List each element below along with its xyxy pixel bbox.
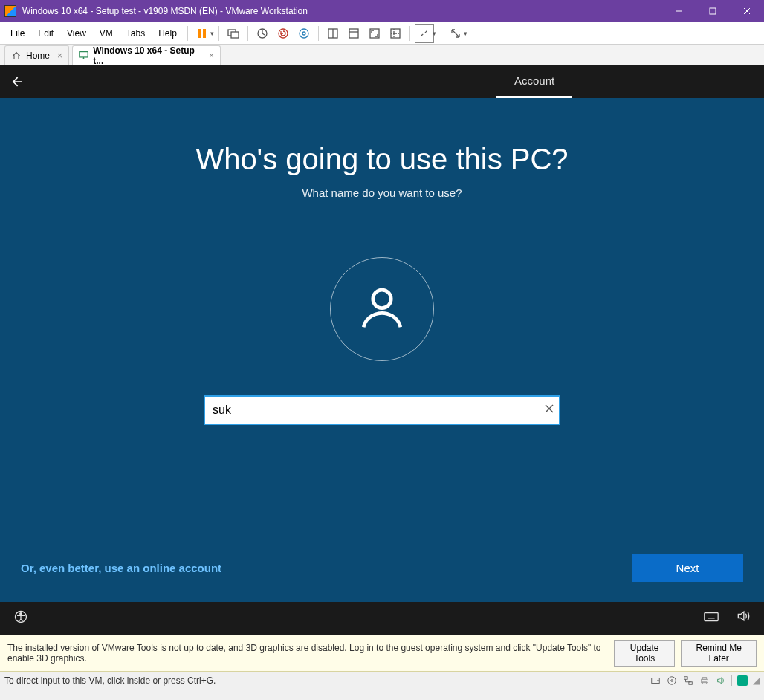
disk-icon[interactable]	[650, 675, 661, 687]
back-button[interactable]	[0, 65, 33, 98]
svg-point-32	[658, 680, 659, 681]
svg-rect-35	[684, 677, 687, 680]
tab-vm-close-icon[interactable]: ×	[209, 51, 214, 61]
user-avatar-placeholder	[330, 257, 434, 361]
send-ctrl-alt-del-button[interactable]	[224, 24, 243, 43]
oobe-tray	[0, 602, 764, 635]
oobe-body: Who's going to use this PC? What name do…	[0, 98, 764, 542]
ease-of-access-button[interactable]	[13, 609, 28, 627]
use-online-account-link[interactable]: Or, even better, use an online account	[21, 562, 221, 574]
message-log-icon[interactable]	[737, 675, 748, 687]
home-icon	[11, 51, 22, 61]
snapshot-manager-button[interactable]	[294, 24, 314, 43]
view-stretch-button[interactable]	[415, 24, 434, 43]
menu-help[interactable]: Help	[152, 25, 183, 42]
printer-icon[interactable]	[699, 675, 710, 687]
keyboard-icon[interactable]	[703, 609, 719, 628]
snapshot-revert-button[interactable]	[273, 24, 293, 43]
cycle-dropdown-icon[interactable]: ▾	[464, 30, 467, 37]
volume-icon[interactable]	[736, 609, 751, 628]
svg-point-33	[668, 677, 676, 685]
svg-point-11	[302, 32, 305, 35]
svg-rect-38	[702, 678, 706, 680]
svg-rect-18	[80, 52, 88, 57]
monitor-icon	[79, 51, 88, 61]
window-close-button[interactable]	[730, 0, 764, 22]
menu-file[interactable]: File	[4, 25, 30, 42]
oobe-footer: Or, even better, use an online account N…	[0, 542, 764, 602]
tab-home-label: Home	[26, 51, 50, 61]
svg-rect-24	[705, 613, 718, 621]
tab-vm-label: Windows 10 x64 - Setup t...	[93, 45, 201, 66]
oobe-step-label: Account	[514, 74, 554, 87]
window-minimize-button[interactable]	[661, 0, 696, 22]
window-titlebar: Windows 10 x64 - Setup test - v1909 MSDN…	[0, 0, 764, 22]
oobe-step-tab-account[interactable]: Account	[496, 65, 572, 98]
username-field-wrap	[204, 395, 560, 425]
snapshot-take-button[interactable]	[253, 24, 272, 43]
oobe-subheading: What name do you want to use?	[302, 187, 462, 199]
menu-view[interactable]: View	[61, 25, 92, 42]
next-button[interactable]: Next	[632, 554, 743, 582]
window-maximize-button[interactable]	[696, 0, 730, 22]
svg-rect-5	[203, 29, 206, 38]
tab-home[interactable]: Home ×	[4, 45, 69, 65]
username-input[interactable]	[204, 395, 560, 425]
clear-input-icon[interactable]	[544, 404, 554, 417]
view-single-button[interactable]	[323, 24, 343, 43]
svg-rect-1	[710, 8, 716, 14]
suspend-vm-button[interactable]	[192, 24, 212, 43]
svg-point-10	[300, 29, 308, 38]
tab-home-close-icon[interactable]: ×	[57, 51, 62, 61]
svg-point-34	[671, 680, 673, 682]
tab-vm[interactable]: Windows 10 x64 - Setup t... ×	[72, 45, 221, 65]
cd-icon[interactable]	[666, 675, 678, 687]
vmware-tools-notice: The installed version of VMware Tools is…	[0, 635, 764, 672]
toolbar-separator	[187, 26, 188, 41]
statusbar-hint: To direct input to this VM, click inside…	[4, 675, 216, 686]
svg-rect-14	[349, 29, 358, 38]
svg-point-19	[373, 290, 392, 308]
statusbar-tray: ◢	[650, 675, 760, 687]
network-icon[interactable]	[682, 675, 694, 687]
view-cycle-button[interactable]	[446, 24, 465, 43]
svg-rect-7	[231, 32, 239, 38]
oobe-heading: Who's going to use this PC?	[195, 143, 568, 176]
update-tools-button[interactable]: Update Tools	[614, 640, 675, 667]
user-icon	[356, 282, 408, 337]
sound-icon[interactable]	[715, 675, 727, 687]
view-fullscreen-button[interactable]	[365, 24, 384, 43]
remind-me-later-button[interactable]: Remind Me Later	[681, 640, 757, 667]
svg-rect-31	[652, 678, 660, 684]
menu-vm[interactable]: VM	[94, 25, 119, 42]
guest-display[interactable]: Account Who's going to use this PC? What…	[0, 65, 764, 635]
svg-rect-16	[370, 29, 379, 38]
svg-rect-36	[689, 682, 692, 685]
statusbar: To direct input to this VM, click inside…	[0, 672, 764, 690]
resize-grip-icon[interactable]: ◢	[753, 675, 760, 686]
oobe-header: Account	[0, 65, 764, 98]
view-console-button[interactable]	[344, 24, 363, 43]
tabstrip: Home × Windows 10 x64 - Setup t... ×	[0, 45, 764, 65]
svg-rect-4	[198, 29, 201, 38]
menu-edit[interactable]: Edit	[32, 25, 59, 42]
stretch-dropdown-icon[interactable]: ▾	[433, 30, 436, 37]
notice-text: The installed version of VMware Tools is…	[7, 643, 614, 664]
view-unity-button[interactable]	[386, 24, 405, 43]
menu-tabs[interactable]: Tabs	[120, 25, 151, 42]
window-title: Windows 10 x64 - Setup test - v1909 MSDN…	[22, 6, 308, 16]
menubar: File Edit View VM Tabs Help ▾ ▾ ▾	[0, 22, 764, 45]
svg-point-23	[20, 613, 22, 615]
power-dropdown-icon[interactable]: ▾	[210, 30, 214, 37]
vmware-logo-icon	[4, 5, 16, 17]
